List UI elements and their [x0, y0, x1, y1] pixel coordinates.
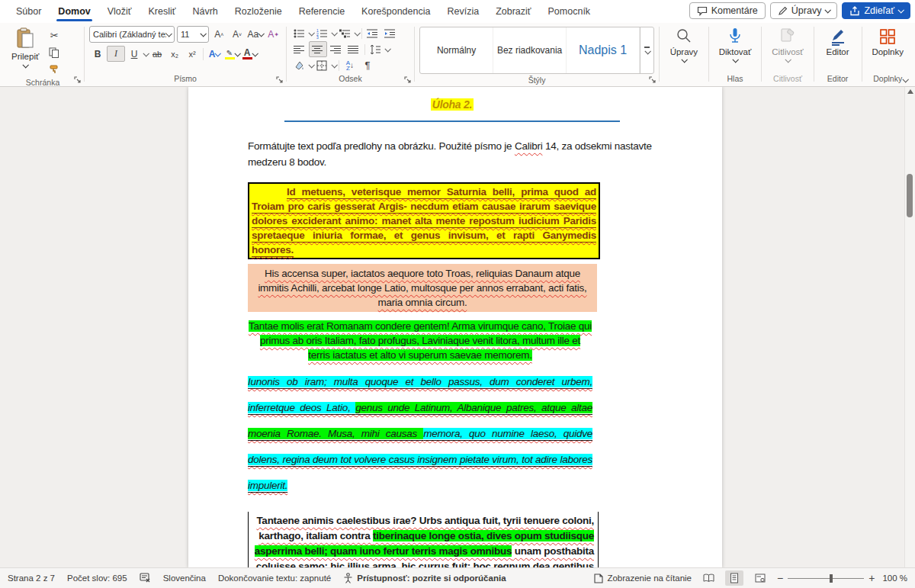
text-effects-button[interactable]: A	[206, 47, 223, 61]
accessibility-status[interactable]: Prístupnosť: pozrite si odporúčania	[343, 573, 506, 583]
style-normal[interactable]: Normálny	[420, 27, 493, 73]
superscript-button[interactable]: x²	[184, 47, 201, 61]
block3-green-highlight[interactable]: Tantae molis erat Romanam condere gentem…	[248, 319, 592, 362]
subscript-button[interactable]: x₂	[166, 47, 183, 61]
document-page[interactable]: Úloha 2. Formátujte text podľa predlohy …	[188, 87, 722, 568]
text-highlight-button[interactable]: ✎	[223, 47, 240, 61]
chevron-down-icon	[23, 62, 29, 68]
page-indicator[interactable]: Strana 2 z 7	[8, 574, 55, 583]
editor-button[interactable]: Editor	[821, 26, 855, 58]
block1-yellow-bordered[interactable]: Id metuens, veterisque memor Saturnia be…	[248, 182, 600, 259]
search-icon	[676, 27, 692, 46]
comments-button[interactable]: Komentáre	[689, 2, 766, 19]
clipboard-dialog-launcher[interactable]	[74, 76, 82, 84]
vertical-scrollbar[interactable]	[904, 87, 915, 568]
font-color-swatch	[242, 57, 252, 59]
increase-indent-button[interactable]	[382, 26, 399, 40]
italic-button[interactable]: I	[107, 46, 125, 62]
addins-button[interactable]: Doplnky	[866, 26, 909, 58]
zoom-slider-knob[interactable]	[830, 574, 833, 583]
zoom-level[interactable]: 100 %	[882, 574, 907, 583]
text-completion-indicator[interactable]: Dokončovanie textu: zapnuté	[218, 574, 331, 583]
shrink-font-button[interactable]: A˅	[230, 27, 246, 42]
tab-domov[interactable]: Domov	[50, 0, 98, 23]
shading-button[interactable]	[291, 58, 308, 72]
zoom-slider[interactable]	[788, 574, 864, 583]
format-painter-button[interactable]	[46, 62, 63, 76]
zoom-in-button[interactable]: +	[868, 572, 875, 584]
tab-navrh[interactable]: Návrh	[184, 0, 226, 23]
scroll-up-arrow[interactable]	[907, 89, 913, 94]
sensitivity-badge-icon	[779, 27, 797, 46]
language-indicator[interactable]: Slovenčina	[163, 574, 206, 583]
tab-subor[interactable]: Súbor	[8, 0, 50, 23]
addins-grid-icon	[878, 27, 897, 46]
strikethrough-button[interactable]: ab	[149, 47, 165, 61]
align-left-button[interactable]	[291, 42, 308, 56]
proofing-error-icon[interactable]	[140, 573, 151, 583]
reading-view-button[interactable]: Zobrazenie na čítanie	[593, 574, 692, 583]
group-label-sensitivity: Citlivosť	[766, 72, 808, 86]
decrease-indent-button[interactable]	[364, 26, 381, 40]
word-count[interactable]: Počet slov: 695	[67, 574, 127, 583]
paragraph-dialog-launcher[interactable]	[404, 76, 412, 84]
borders-button[interactable]	[314, 58, 331, 72]
font-name-combo[interactable]: Calibri (Základný tex	[89, 26, 175, 43]
microphone-icon	[727, 27, 743, 46]
cut-button[interactable]: ✂	[46, 28, 63, 43]
bullet-list-button[interactable]	[291, 26, 308, 40]
show-formatting-button[interactable]: ¶	[359, 58, 376, 72]
highlight-color-swatch	[225, 57, 235, 59]
web-layout-view-button[interactable]	[751, 570, 769, 586]
group-paragraph: 123	[288, 23, 413, 86]
grow-font-button[interactable]: A˄	[211, 27, 227, 42]
chevron-down-icon	[732, 56, 738, 63]
font-color-button[interactable]: A	[241, 47, 258, 61]
tab-zobrazit[interactable]: Zobraziť	[487, 0, 539, 23]
align-center-button[interactable]	[309, 41, 327, 57]
copy-button[interactable]	[46, 45, 63, 59]
tab-pomocnik[interactable]: Pomocník	[540, 0, 599, 23]
align-right-button[interactable]	[328, 42, 345, 56]
editing-mode-button[interactable]: Úpravy	[770, 2, 838, 19]
dictate-button[interactable]: Diktovať	[714, 26, 757, 64]
group-label-font: Písmo	[89, 72, 281, 86]
line-spacing-button[interactable]	[368, 42, 384, 56]
paste-button[interactable]: Prilepiť	[6, 26, 44, 69]
justify-button[interactable]	[345, 42, 362, 56]
tab-referencie[interactable]: Referencie	[291, 0, 353, 23]
word-window: Súbor Domov Vložiť Kresliť Návrh Rozlože…	[0, 0, 915, 588]
doc-title[interactable]: Úloha 2.	[248, 98, 657, 112]
instruction-paragraph[interactable]: Formátujte text podľa predlohy na obrázk…	[248, 138, 657, 170]
group-styles: Normálny Bez riadkovania Nadpis 1 Štýly	[416, 23, 657, 86]
print-layout-view-button[interactable]	[725, 570, 743, 586]
style-no-spacing[interactable]: Bez riadkovania	[493, 27, 567, 73]
tab-rozlozenie[interactable]: Rozloženie	[226, 0, 291, 23]
tab-kreslit[interactable]: Kresliť	[140, 0, 185, 23]
tab-korespondencia[interactable]: Korešpondencia	[353, 0, 438, 23]
block2-peach[interactable]: His accensa super, iactatos aequore toto…	[248, 264, 597, 312]
sort-button[interactable]: AZ↓	[342, 58, 358, 72]
font-dialog-launcher[interactable]	[276, 76, 284, 84]
underline-button[interactable]: U	[126, 47, 143, 61]
scrollbar-thumb[interactable]	[907, 174, 913, 217]
block4-cyan-green-italic[interactable]: Iunonis ob iram; multa quoque et bello p…	[248, 369, 592, 499]
read-mode-view-button[interactable]	[699, 570, 718, 586]
styles-more-button[interactable]	[640, 27, 653, 73]
style-heading1[interactable]: Nadpis 1	[567, 27, 640, 73]
editing-menu-button[interactable]: Úpravy	[665, 26, 703, 64]
font-size-combo[interactable]: 11	[177, 26, 209, 43]
styles-dialog-launcher[interactable]	[649, 76, 657, 84]
zoom-out-button[interactable]: −	[777, 572, 783, 584]
clear-formatting-button[interactable]: A✦	[265, 27, 281, 42]
tab-revizia[interactable]: Revízia	[438, 0, 487, 23]
multilevel-list-button[interactable]	[337, 26, 354, 40]
change-case-button[interactable]: Aa	[247, 27, 263, 42]
reading-view-icon	[593, 574, 603, 583]
block5-side-borders[interactable]: Tantaene animis caelestibus irae? Urbs a…	[248, 512, 599, 568]
share-button[interactable]: Zdieľať	[842, 2, 910, 19]
group-label-editor: Editor	[819, 72, 857, 86]
bold-button[interactable]: B	[89, 47, 106, 61]
numbered-list-button[interactable]: 123	[314, 26, 331, 40]
tab-vlozit[interactable]: Vložiť	[99, 0, 140, 23]
